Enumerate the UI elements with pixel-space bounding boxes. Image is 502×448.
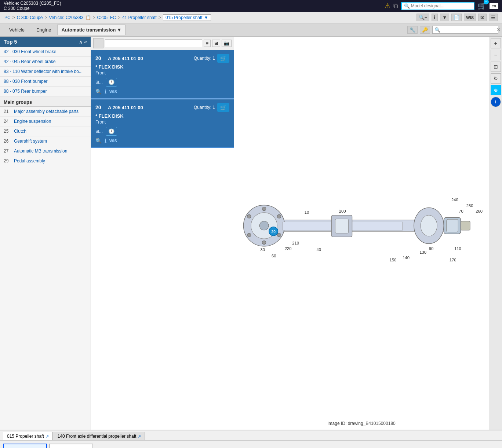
cart-button[interactable]: 🛒 + bbox=[477, 1, 487, 10]
part-2-grid-info[interactable]: ⊞... bbox=[95, 129, 103, 134]
model-search-input[interactable] bbox=[411, 3, 470, 8]
dropdown-arrow-icon: ▼ bbox=[117, 27, 122, 33]
thumbnail-1-svg: 20 bbox=[4, 444, 46, 448]
key-tool-button[interactable]: 🔑 bbox=[420, 26, 430, 34]
sidebar-group-29[interactable]: 29 Pedal assembly bbox=[0, 156, 91, 166]
zoom-in-tool-button[interactable]: + bbox=[491, 38, 501, 48]
svg-text:10: 10 bbox=[305, 210, 309, 214]
diagram-svg-container[interactable]: 20 10 30 40 bbox=[234, 37, 489, 430]
part-2-info-icon[interactable]: ℹ bbox=[105, 138, 106, 144]
svg-text:210: 210 bbox=[292, 241, 299, 245]
bottom-tab-140[interactable]: 140 Front axle differential propeller sh… bbox=[54, 432, 145, 440]
info-button[interactable]: ℹ bbox=[432, 14, 438, 21]
blue-circle-button[interactable]: i bbox=[491, 97, 501, 107]
parts-toolbar: ≡ ⊞ 📷 bbox=[91, 37, 234, 50]
search-icon: 🔍 bbox=[404, 3, 410, 9]
parts-list-view-button[interactable]: ≡ bbox=[204, 40, 211, 47]
tab-engine[interactable]: Engine bbox=[31, 25, 57, 35]
bottom-tab-015-external-icon[interactable]: ↗ bbox=[46, 434, 49, 439]
part-1-search-icon[interactable]: 🔍 bbox=[95, 89, 102, 95]
svg-text:70: 70 bbox=[459, 209, 463, 213]
top-bar: Vehicle: C205383 (C205_FC) C 300 Coupe ⚠… bbox=[0, 0, 502, 12]
part-1-grid-info[interactable]: ⊞... bbox=[95, 80, 103, 85]
top-bar-actions: ⚠ ⧉ 🔍 🛒 + en bbox=[385, 1, 498, 10]
top5-item-1[interactable]: 42 - 030 Front wheel brake bbox=[0, 47, 91, 57]
svg-point-7 bbox=[277, 214, 281, 218]
wis-button[interactable]: WIS bbox=[464, 14, 476, 21]
top5-item-5[interactable]: 88 - 075 Rear bumper bbox=[0, 87, 91, 96]
tab-search-input[interactable] bbox=[441, 27, 496, 32]
breadcrumb-c205fc[interactable]: C205_FC bbox=[97, 15, 116, 20]
model-search-box: 🔍 bbox=[401, 2, 474, 10]
rotate-button[interactable]: ↻ bbox=[491, 73, 501, 84]
part-card-1: 20 A 205 411 01 00 Quantity: 1 🛒 * FLEX … bbox=[91, 50, 234, 99]
copy-icon[interactable]: ⧉ bbox=[393, 2, 398, 10]
zoom-in-button[interactable]: 🔍+ bbox=[416, 14, 430, 21]
parts-camera-button[interactable]: 📷 bbox=[222, 40, 232, 47]
part-2-cart-button[interactable]: 🛒 bbox=[217, 103, 229, 112]
breadcrumb-c300coupe[interactable]: C 300 Coupe bbox=[17, 15, 43, 20]
warning-icon[interactable]: ⚠ bbox=[385, 2, 390, 10]
zoom-out-tool-button[interactable]: − bbox=[491, 50, 501, 60]
sidebar-group-24[interactable]: 24 Engine suspension bbox=[0, 117, 91, 126]
part-2-clock-button[interactable]: 🕐 bbox=[106, 127, 117, 136]
svg-point-9 bbox=[277, 233, 281, 237]
diagram-svg: 20 10 30 40 bbox=[234, 37, 489, 430]
part-2-wis-icon[interactable]: WIS bbox=[109, 139, 117, 143]
part-1-clock-button[interactable]: 🕐 bbox=[106, 78, 117, 87]
sidebar-group-25[interactable]: 25 Clutch bbox=[0, 126, 91, 136]
bottom-tab-140-external-icon[interactable]: ↗ bbox=[138, 434, 141, 439]
breadcrumb-pc[interactable]: PC bbox=[4, 15, 11, 20]
sidebar-group-26[interactable]: 26 Gearshift system bbox=[0, 136, 91, 146]
part-2-search-icon[interactable]: 🔍 bbox=[95, 138, 102, 144]
tab-vehicle[interactable]: Vehicle bbox=[4, 25, 30, 35]
part-1-actions: ⊞... 🕐 bbox=[95, 78, 229, 87]
parts-panel: ≡ ⊞ 📷 20 A 205 411 01 00 Quantity: 1 🛒 *… bbox=[91, 37, 234, 430]
parts-search-input[interactable] bbox=[105, 39, 202, 47]
breadcrumb-015propellershaft[interactable]: 015 Propeller shaft ▼ bbox=[163, 14, 211, 21]
part-2-desc: Front bbox=[95, 120, 229, 125]
part-1-icons-row: 🔍 ℹ WIS bbox=[95, 89, 229, 95]
thumbnail-1[interactable]: 20 bbox=[3, 444, 47, 448]
top5-item-3[interactable]: 83 - 110 Water deflector with intake bo.… bbox=[0, 67, 91, 77]
top5-icons: ∧ « bbox=[79, 39, 87, 45]
bottom-tabs: 015 Propeller shaft ↗ 140 Front axle dif… bbox=[0, 430, 502, 441]
top5-minimize-icon[interactable]: « bbox=[84, 39, 87, 45]
mail-button[interactable]: ✉ bbox=[478, 14, 487, 21]
svg-text:200: 200 bbox=[339, 209, 346, 213]
tab-automatic-transmission[interactable]: Automatic transmission ▼ bbox=[57, 25, 126, 35]
top5-collapse-icon[interactable]: ∧ bbox=[79, 39, 83, 45]
part-1-info-icon[interactable]: ℹ bbox=[105, 89, 106, 95]
filter-button[interactable]: ▼ bbox=[440, 14, 449, 21]
highlight-button[interactable]: ⊕ bbox=[491, 85, 501, 95]
svg-point-8 bbox=[247, 233, 251, 237]
bottom-tab-015[interactable]: 015 Propeller shaft ↗ bbox=[3, 432, 53, 440]
breadcrumb-vehicle-c205383[interactable]: Vehicle: C205383 bbox=[49, 15, 83, 20]
wrench-tool-button[interactable]: 🔧 bbox=[407, 26, 418, 34]
menu-button[interactable]: ☰ bbox=[489, 14, 498, 21]
svg-point-3 bbox=[259, 221, 268, 230]
tab-search-clear-icon[interactable]: ✕ bbox=[496, 27, 501, 33]
fit-view-button[interactable]: ⊡ bbox=[491, 62, 501, 72]
top5-item-4[interactable]: 88 - 030 Front bumper bbox=[0, 77, 91, 87]
part-1-cart-button[interactable]: 🛒 bbox=[217, 54, 229, 63]
svg-text:260: 260 bbox=[476, 209, 483, 213]
part-card-2-header: 20 A 205 411 01 00 Quantity: 1 🛒 bbox=[95, 103, 229, 112]
svg-text:90: 90 bbox=[429, 246, 433, 251]
breadcrumb-dropdown-icon[interactable]: ▼ bbox=[204, 15, 208, 20]
thumbnail-2[interactable] bbox=[49, 444, 93, 448]
sidebar-group-27[interactable]: 27 Automatic MB transmission bbox=[0, 146, 91, 156]
document-button[interactable]: 📄 bbox=[451, 14, 462, 21]
language-button[interactable]: en bbox=[490, 3, 498, 9]
part-1-qty: Quantity: 1 bbox=[194, 56, 215, 61]
sidebar-group-21[interactable]: 21 Major assembly detachable parts bbox=[0, 107, 91, 117]
breadcrumb-41propellershaft[interactable]: 41 Propeller shaft bbox=[122, 15, 157, 20]
parts-grid-view-button[interactable]: ⊞ bbox=[212, 40, 220, 47]
svg-rect-18 bbox=[447, 219, 458, 232]
part-1-wis-icon[interactable]: WIS bbox=[109, 89, 117, 94]
svg-text:30: 30 bbox=[260, 247, 265, 252]
part-2-code: A 205 411 01 00 bbox=[108, 105, 192, 110]
top5-item-2[interactable]: 42 - 045 Rear wheel brake bbox=[0, 57, 91, 67]
part-card-2: 20 A 205 411 01 00 Quantity: 1 🛒 * FLEX … bbox=[91, 99, 234, 148]
vehicle-copy-icon[interactable]: 📋 bbox=[86, 15, 91, 20]
